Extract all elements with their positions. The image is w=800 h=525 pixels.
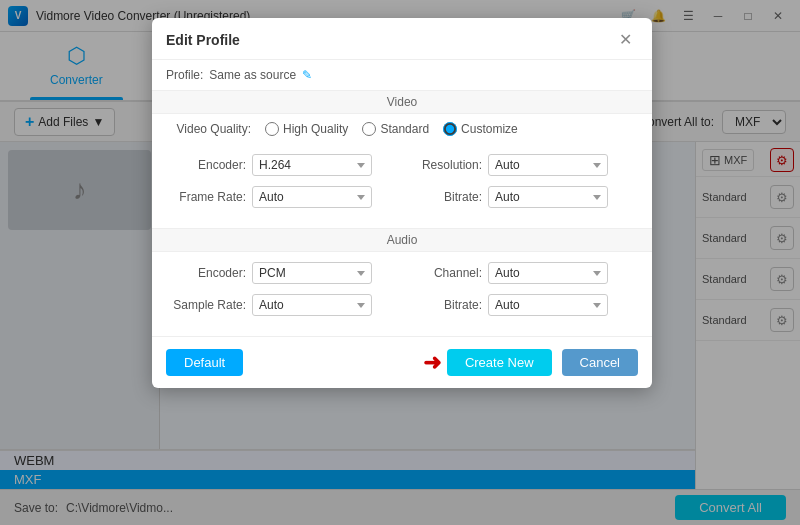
framerate-row: Frame Rate: Auto [166,186,402,208]
high-quality-input[interactable] [265,122,279,136]
video-bitrate-label: Bitrate: [402,190,482,204]
arrow-right-icon: ➜ [423,350,441,376]
dialog-close-button[interactable]: ✕ [613,28,638,51]
audio-encoder-select[interactable]: PCM [252,262,372,284]
dialog-header: Edit Profile ✕ [152,18,652,60]
profile-label: Profile: [166,68,203,82]
audio-bitrate-select[interactable]: Auto [488,294,608,316]
video-quality-group: Video Quality: High Quality Standard Cus… [152,114,652,144]
profile-row: Profile: Same as source ✎ [152,60,652,90]
encoder-label: Encoder: [166,158,246,172]
create-new-button[interactable]: Create New [447,349,552,376]
cancel-button[interactable]: Cancel [562,349,638,376]
encoder-row: Encoder: H.264 [166,154,402,176]
channel-label: Channel: [402,266,482,280]
resolution-label: Resolution: [402,158,482,172]
profile-value: Same as source [209,68,296,82]
sample-rate-label: Sample Rate: [166,298,246,312]
encoder-select[interactable]: H.264 [252,154,372,176]
arrow-create-group: ➜ Create New [423,349,552,376]
video-fields-grid: Encoder: H.264 Resolution: Auto Frame Ra… [152,144,652,228]
edit-icon[interactable]: ✎ [302,68,312,82]
dialog-title: Edit Profile [166,32,240,48]
edit-profile-dialog: Edit Profile ✕ Profile: Same as source ✎… [152,18,652,388]
channel-row: Channel: Auto [402,262,638,284]
default-button[interactable]: Default [166,349,243,376]
audio-encoder-label: Encoder: [166,266,246,280]
video-bitrate-row: Bitrate: Auto [402,186,638,208]
resolution-row: Resolution: Auto [402,154,638,176]
resolution-select[interactable]: Auto [488,154,608,176]
standard-radio[interactable]: Standard [362,122,429,136]
audio-encoder-row: Encoder: PCM [166,262,402,284]
audio-bitrate-row: Bitrate: Auto [402,294,638,316]
audio-fields-grid: Encoder: PCM Channel: Auto Sample Rate: … [152,252,652,336]
high-quality-radio[interactable]: High Quality [265,122,348,136]
sample-rate-row: Sample Rate: Auto [166,294,402,316]
video-section-header: Video [152,90,652,114]
channel-select[interactable]: Auto [488,262,608,284]
framerate-select[interactable]: Auto [252,186,372,208]
standard-input[interactable] [362,122,376,136]
audio-bitrate-label: Bitrate: [402,298,482,312]
framerate-label: Frame Rate: [166,190,246,204]
sample-rate-select[interactable]: Auto [252,294,372,316]
video-quality-label: Video Quality: [166,122,251,136]
customize-radio[interactable]: Customize [443,122,518,136]
video-bitrate-select[interactable]: Auto [488,186,608,208]
audio-section-header: Audio [152,228,652,252]
customize-input[interactable] [443,122,457,136]
dialog-footer: Default ➜ Create New Cancel [152,336,652,388]
